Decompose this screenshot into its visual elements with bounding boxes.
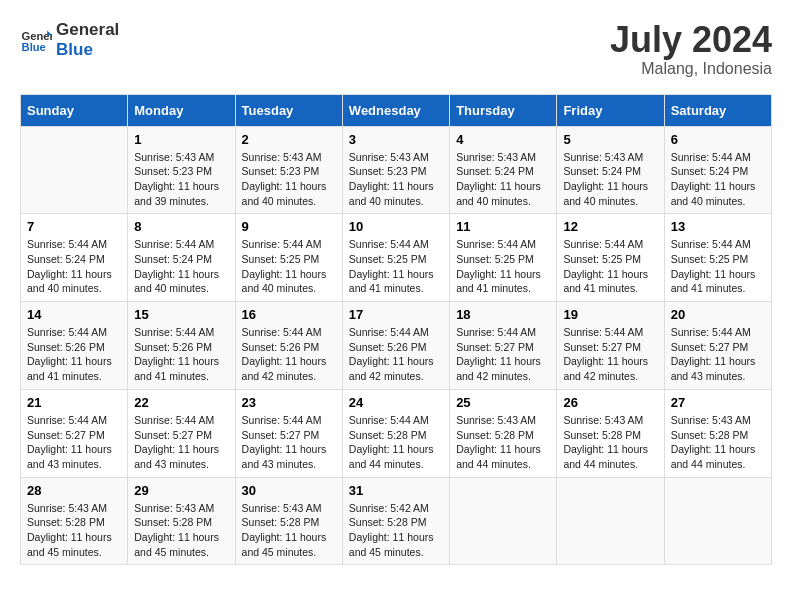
- calendar-cell: 3Sunrise: 5:43 AM Sunset: 5:23 PM Daylig…: [342, 126, 449, 214]
- day-number: 15: [134, 307, 228, 322]
- day-content: Sunrise: 5:44 AM Sunset: 5:25 PM Dayligh…: [349, 237, 443, 296]
- day-number: 16: [242, 307, 336, 322]
- header-tuesday: Tuesday: [235, 94, 342, 126]
- calendar-week-1: 1Sunrise: 5:43 AM Sunset: 5:23 PM Daylig…: [21, 126, 772, 214]
- day-content: Sunrise: 5:43 AM Sunset: 5:23 PM Dayligh…: [134, 150, 228, 209]
- calendar-cell: 24Sunrise: 5:44 AM Sunset: 5:28 PM Dayli…: [342, 389, 449, 477]
- calendar-cell: 14Sunrise: 5:44 AM Sunset: 5:26 PM Dayli…: [21, 302, 128, 390]
- calendar-cell: 23Sunrise: 5:44 AM Sunset: 5:27 PM Dayli…: [235, 389, 342, 477]
- day-content: Sunrise: 5:44 AM Sunset: 5:25 PM Dayligh…: [671, 237, 765, 296]
- day-content: Sunrise: 5:44 AM Sunset: 5:26 PM Dayligh…: [134, 325, 228, 384]
- day-content: Sunrise: 5:44 AM Sunset: 5:24 PM Dayligh…: [671, 150, 765, 209]
- day-number: 2: [242, 132, 336, 147]
- calendar-cell: 18Sunrise: 5:44 AM Sunset: 5:27 PM Dayli…: [450, 302, 557, 390]
- calendar-cell: 19Sunrise: 5:44 AM Sunset: 5:27 PM Dayli…: [557, 302, 664, 390]
- svg-text:Blue: Blue: [22, 42, 46, 54]
- day-content: Sunrise: 5:44 AM Sunset: 5:26 PM Dayligh…: [349, 325, 443, 384]
- calendar-cell: 7Sunrise: 5:44 AM Sunset: 5:24 PM Daylig…: [21, 214, 128, 302]
- header-sunday: Sunday: [21, 94, 128, 126]
- day-content: Sunrise: 5:44 AM Sunset: 5:27 PM Dayligh…: [563, 325, 657, 384]
- calendar-cell: 16Sunrise: 5:44 AM Sunset: 5:26 PM Dayli…: [235, 302, 342, 390]
- calendar-cell: 8Sunrise: 5:44 AM Sunset: 5:24 PM Daylig…: [128, 214, 235, 302]
- day-number: 10: [349, 219, 443, 234]
- day-number: 31: [349, 483, 443, 498]
- calendar-week-5: 28Sunrise: 5:43 AM Sunset: 5:28 PM Dayli…: [21, 477, 772, 565]
- calendar-cell: 5Sunrise: 5:43 AM Sunset: 5:24 PM Daylig…: [557, 126, 664, 214]
- day-content: Sunrise: 5:42 AM Sunset: 5:28 PM Dayligh…: [349, 501, 443, 560]
- calendar-cell: 30Sunrise: 5:43 AM Sunset: 5:28 PM Dayli…: [235, 477, 342, 565]
- day-content: Sunrise: 5:44 AM Sunset: 5:28 PM Dayligh…: [349, 413, 443, 472]
- title-block: July 2024 Malang, Indonesia: [610, 20, 772, 78]
- calendar-cell: 31Sunrise: 5:42 AM Sunset: 5:28 PM Dayli…: [342, 477, 449, 565]
- day-number: 25: [456, 395, 550, 410]
- calendar-cell: 28Sunrise: 5:43 AM Sunset: 5:28 PM Dayli…: [21, 477, 128, 565]
- day-number: 5: [563, 132, 657, 147]
- calendar-cell: 26Sunrise: 5:43 AM Sunset: 5:28 PM Dayli…: [557, 389, 664, 477]
- calendar-cell: 10Sunrise: 5:44 AM Sunset: 5:25 PM Dayli…: [342, 214, 449, 302]
- calendar-cell: [664, 477, 771, 565]
- calendar-cell: 4Sunrise: 5:43 AM Sunset: 5:24 PM Daylig…: [450, 126, 557, 214]
- day-number: 13: [671, 219, 765, 234]
- day-content: Sunrise: 5:44 AM Sunset: 5:27 PM Dayligh…: [671, 325, 765, 384]
- calendar-cell: 27Sunrise: 5:43 AM Sunset: 5:28 PM Dayli…: [664, 389, 771, 477]
- calendar-week-3: 14Sunrise: 5:44 AM Sunset: 5:26 PM Dayli…: [21, 302, 772, 390]
- calendar-week-2: 7Sunrise: 5:44 AM Sunset: 5:24 PM Daylig…: [21, 214, 772, 302]
- day-number: 22: [134, 395, 228, 410]
- day-number: 18: [456, 307, 550, 322]
- header-monday: Monday: [128, 94, 235, 126]
- day-number: 24: [349, 395, 443, 410]
- day-content: Sunrise: 5:44 AM Sunset: 5:27 PM Dayligh…: [134, 413, 228, 472]
- day-number: 9: [242, 219, 336, 234]
- header-friday: Friday: [557, 94, 664, 126]
- calendar-cell: 21Sunrise: 5:44 AM Sunset: 5:27 PM Dayli…: [21, 389, 128, 477]
- day-number: 4: [456, 132, 550, 147]
- day-number: 29: [134, 483, 228, 498]
- month-year-title: July 2024: [610, 20, 772, 60]
- logo-general: General: [56, 20, 119, 40]
- day-content: Sunrise: 5:43 AM Sunset: 5:28 PM Dayligh…: [563, 413, 657, 472]
- calendar-cell: 29Sunrise: 5:43 AM Sunset: 5:28 PM Dayli…: [128, 477, 235, 565]
- day-content: Sunrise: 5:43 AM Sunset: 5:24 PM Dayligh…: [563, 150, 657, 209]
- day-content: Sunrise: 5:43 AM Sunset: 5:28 PM Dayligh…: [27, 501, 121, 560]
- day-number: 27: [671, 395, 765, 410]
- header-saturday: Saturday: [664, 94, 771, 126]
- day-content: Sunrise: 5:44 AM Sunset: 5:24 PM Dayligh…: [134, 237, 228, 296]
- day-content: Sunrise: 5:44 AM Sunset: 5:27 PM Dayligh…: [242, 413, 336, 472]
- calendar-cell: 15Sunrise: 5:44 AM Sunset: 5:26 PM Dayli…: [128, 302, 235, 390]
- day-content: Sunrise: 5:44 AM Sunset: 5:27 PM Dayligh…: [456, 325, 550, 384]
- day-number: 8: [134, 219, 228, 234]
- calendar-cell: 13Sunrise: 5:44 AM Sunset: 5:25 PM Dayli…: [664, 214, 771, 302]
- day-number: 26: [563, 395, 657, 410]
- day-content: Sunrise: 5:44 AM Sunset: 5:26 PM Dayligh…: [27, 325, 121, 384]
- day-content: Sunrise: 5:43 AM Sunset: 5:23 PM Dayligh…: [349, 150, 443, 209]
- calendar-cell: 9Sunrise: 5:44 AM Sunset: 5:25 PM Daylig…: [235, 214, 342, 302]
- calendar-cell: [557, 477, 664, 565]
- calendar-header-row: SundayMondayTuesdayWednesdayThursdayFrid…: [21, 94, 772, 126]
- calendar-cell: 12Sunrise: 5:44 AM Sunset: 5:25 PM Dayli…: [557, 214, 664, 302]
- day-number: 28: [27, 483, 121, 498]
- calendar-cell: 2Sunrise: 5:43 AM Sunset: 5:23 PM Daylig…: [235, 126, 342, 214]
- calendar-table: SundayMondayTuesdayWednesdayThursdayFrid…: [20, 94, 772, 566]
- day-number: 7: [27, 219, 121, 234]
- day-content: Sunrise: 5:43 AM Sunset: 5:24 PM Dayligh…: [456, 150, 550, 209]
- day-content: Sunrise: 5:43 AM Sunset: 5:28 PM Dayligh…: [242, 501, 336, 560]
- calendar-cell: 17Sunrise: 5:44 AM Sunset: 5:26 PM Dayli…: [342, 302, 449, 390]
- logo-blue: Blue: [56, 40, 119, 60]
- day-content: Sunrise: 5:44 AM Sunset: 5:26 PM Dayligh…: [242, 325, 336, 384]
- day-content: Sunrise: 5:44 AM Sunset: 5:25 PM Dayligh…: [242, 237, 336, 296]
- day-number: 20: [671, 307, 765, 322]
- calendar-week-4: 21Sunrise: 5:44 AM Sunset: 5:27 PM Dayli…: [21, 389, 772, 477]
- header-thursday: Thursday: [450, 94, 557, 126]
- day-content: Sunrise: 5:44 AM Sunset: 5:25 PM Dayligh…: [563, 237, 657, 296]
- day-content: Sunrise: 5:44 AM Sunset: 5:27 PM Dayligh…: [27, 413, 121, 472]
- calendar-cell: 22Sunrise: 5:44 AM Sunset: 5:27 PM Dayli…: [128, 389, 235, 477]
- day-number: 17: [349, 307, 443, 322]
- calendar-cell: 25Sunrise: 5:43 AM Sunset: 5:28 PM Dayli…: [450, 389, 557, 477]
- day-number: 23: [242, 395, 336, 410]
- day-content: Sunrise: 5:43 AM Sunset: 5:28 PM Dayligh…: [671, 413, 765, 472]
- day-number: 14: [27, 307, 121, 322]
- location-subtitle: Malang, Indonesia: [610, 60, 772, 78]
- day-number: 6: [671, 132, 765, 147]
- day-content: Sunrise: 5:43 AM Sunset: 5:28 PM Dayligh…: [456, 413, 550, 472]
- header-wednesday: Wednesday: [342, 94, 449, 126]
